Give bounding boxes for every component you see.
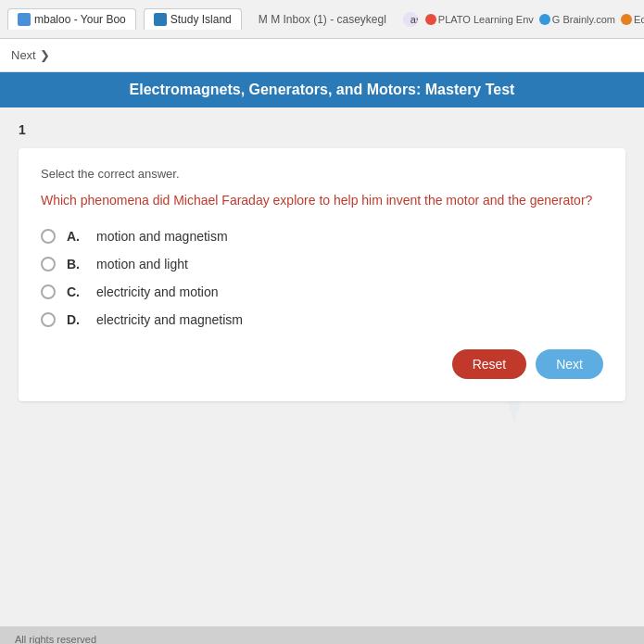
option-a-text: motion and magnetism bbox=[96, 229, 228, 244]
reset-button[interactable]: Reset bbox=[452, 349, 527, 379]
option-a[interactable]: A. motion and magnetism bbox=[41, 229, 603, 244]
edpuzzle-dot-icon bbox=[621, 14, 632, 25]
option-b-text: motion and light bbox=[96, 257, 188, 271]
footer: All rights reserved bbox=[0, 626, 644, 644]
toolbar-next-button[interactable]: Next ❯ bbox=[11, 48, 50, 62]
url-text: assessments.delivery/ua/mt/launch/491063… bbox=[410, 14, 418, 25]
mbaloo-tab-icon bbox=[18, 13, 31, 26]
option-c[interactable]: C. electricity and motion bbox=[41, 284, 603, 299]
bookmark-edpuzzle-label: Edpuzzle bbox=[634, 14, 644, 25]
option-d-text: electricity and magnetism bbox=[96, 312, 243, 327]
option-d-letter: D. bbox=[67, 312, 85, 327]
option-c-text: electricity and motion bbox=[96, 284, 219, 299]
question-text: Which phenomena did Michael Faraday expl… bbox=[41, 192, 603, 210]
page-header: Electromagnets, Generators, and Motors: … bbox=[0, 72, 644, 107]
option-b[interactable]: B. motion and light bbox=[41, 257, 603, 271]
url-bar[interactable]: assessments.delivery/ua/mt/launch/491063… bbox=[403, 12, 418, 27]
question-card: Select the correct answer. Which phenome… bbox=[19, 148, 625, 401]
bookmark-plato[interactable]: PLATO Learning Env bbox=[425, 14, 534, 25]
bookmark-edpuzzle[interactable]: Edpuzzle bbox=[621, 14, 644, 25]
toolbar: Next ❯ bbox=[0, 39, 644, 72]
answer-options: A. motion and magnetism B. motion and li… bbox=[41, 229, 603, 327]
browser-bar: mbaloo - Your Boo Study Island M M Inbox… bbox=[0, 0, 644, 39]
radio-a[interactable] bbox=[41, 229, 56, 244]
instruction-text: Select the correct answer. bbox=[41, 167, 603, 181]
option-b-letter: B. bbox=[67, 257, 85, 271]
tab-mbaloo[interactable]: mbaloo - Your Boo bbox=[7, 8, 136, 30]
button-row: Reset Next bbox=[41, 349, 603, 379]
next-button[interactable]: Next bbox=[536, 349, 603, 379]
radio-b[interactable] bbox=[41, 257, 56, 271]
bookmarks: PLATO Learning Env G Brainly.com Edpuzzl… bbox=[425, 14, 644, 25]
plato-dot-icon bbox=[425, 14, 436, 25]
radio-c[interactable] bbox=[41, 284, 56, 299]
tab-mail-label: M M Inbox (1) - caseykegl bbox=[259, 13, 386, 26]
tab-mbaloo-label: mbaloo - Your Boo bbox=[34, 13, 126, 26]
next-arrow-icon: ❯ bbox=[40, 48, 50, 62]
study-island-tab-icon bbox=[154, 13, 167, 26]
option-a-letter: A. bbox=[67, 229, 85, 244]
bookmark-brainly[interactable]: G Brainly.com bbox=[539, 14, 615, 25]
bookmark-plato-label: PLATO Learning Env bbox=[438, 14, 534, 25]
option-d[interactable]: D. electricity and magnetism bbox=[41, 312, 603, 327]
bookmark-brainly-label: G Brainly.com bbox=[552, 14, 615, 25]
tab-mail[interactable]: M M Inbox (1) - caseykegl bbox=[249, 9, 396, 30]
option-c-letter: C. bbox=[67, 284, 85, 299]
main-content: 1 Select the correct answer. Which pheno… bbox=[0, 107, 644, 626]
brainly-dot-icon bbox=[539, 14, 550, 25]
question-number: 1 bbox=[19, 122, 625, 137]
radio-d[interactable] bbox=[41, 312, 56, 327]
footer-text: All rights reserved bbox=[15, 634, 96, 644]
page-title: Electromagnets, Generators, and Motors: … bbox=[130, 82, 515, 97]
next-label: Next bbox=[11, 48, 36, 62]
tab-study-island[interactable]: Study Island bbox=[144, 8, 242, 30]
tab-study-island-label: Study Island bbox=[170, 13, 232, 26]
